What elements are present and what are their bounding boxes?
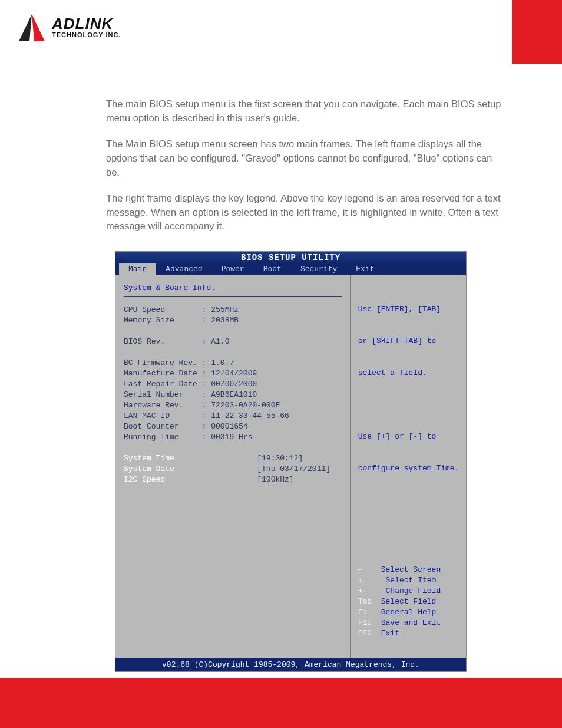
row-i2c-speed[interactable]: I2C Speed [100kHz] bbox=[124, 475, 342, 485]
page-root: ADLINK TECHNOLOGY INC. The main BIOS set… bbox=[0, 0, 562, 728]
svg-marker-1 bbox=[19, 14, 32, 41]
row-manufacture-date: Manufacture Date : 12/04/2009 bbox=[124, 368, 342, 379]
logo-mark-icon bbox=[18, 13, 46, 42]
bios-tab-bar: Main Advanced Power Boot Security Exit bbox=[115, 263, 466, 275]
header-accent-block bbox=[512, 0, 562, 64]
row-serial-number: Serial Number : A9B6EA1010 bbox=[124, 390, 342, 400]
bios-screenshot: BIOS SETUP UTILITY Main Advanced Power B… bbox=[115, 251, 467, 672]
svg-marker-0 bbox=[32, 14, 45, 41]
blank-row bbox=[124, 443, 342, 453]
bios-tab-exit[interactable]: Exit bbox=[346, 263, 384, 275]
row-lan-mac-id: LAN MAC ID : 11-22-33-44-55-66 bbox=[124, 411, 342, 421]
row-memory-size: Memory Size : 2038MB bbox=[124, 315, 342, 326]
bios-tab-boot[interactable]: Boot bbox=[254, 263, 291, 275]
logo-name: ADLINK bbox=[52, 16, 121, 31]
bios-tab-power[interactable]: Power bbox=[212, 263, 254, 275]
row-cpu-speed: CPU Speed : 255MHz bbox=[124, 305, 342, 315]
footer-accent-bar bbox=[0, 678, 562, 728]
row-running-time: Running Time : 00319 Hrs bbox=[124, 432, 342, 443]
row-system-date[interactable]: System Date [Thu 03/17/2011] bbox=[124, 464, 342, 475]
bios-body: System & Board Info. CPU Speed : 255MHz … bbox=[115, 275, 466, 658]
bios-right-frame: Use [ENTER], [TAB] or [SHIFT-TAB] to sel… bbox=[351, 275, 466, 658]
bios-tab-security[interactable]: Security bbox=[291, 263, 346, 275]
section-heading: System & Board Info. bbox=[124, 283, 342, 294]
bios-tab-advanced[interactable]: Advanced bbox=[156, 263, 211, 275]
row-bc-firmware: BC Firmware Rev. : 1.0.7 bbox=[124, 358, 342, 368]
row-boot-counter: Boot Counter : 00001654 bbox=[124, 421, 342, 432]
help-text: Use [ENTER], [TAB] or [SHIFT-TAB] to sel… bbox=[358, 283, 460, 495]
row-system-time[interactable]: System Time [19:30:12] bbox=[124, 453, 342, 464]
logo-subtitle: TECHNOLOGY INC. bbox=[52, 31, 121, 39]
section-divider bbox=[124, 296, 342, 297]
bios-tab-main[interactable]: Main bbox=[119, 263, 156, 275]
paragraph-2: The Main BIOS setup menu screen has two … bbox=[106, 137, 507, 180]
blank-row bbox=[124, 347, 342, 358]
content-area: The main BIOS setup menu is the first sc… bbox=[106, 97, 507, 672]
row-bios-rev: BIOS Rev. : A1.0 bbox=[124, 337, 342, 347]
row-hardware-rev: Hardware Rev. : 72203-0A20-000E bbox=[124, 400, 342, 411]
paragraph-1: The main BIOS setup menu is the first sc… bbox=[106, 97, 507, 126]
bios-title-bar: BIOS SETUP UTILITY bbox=[115, 252, 466, 263]
blank-row bbox=[124, 326, 342, 337]
bios-left-frame: System & Board Info. CPU Speed : 255MHz … bbox=[115, 275, 350, 658]
key-legend: ← Select Screen ↑↓ Select Item +- Change… bbox=[358, 554, 460, 650]
row-last-repair-date: Last Repair Date : 00/00/2000 bbox=[124, 379, 342, 390]
paragraph-3: The right frame displays the key legend.… bbox=[106, 192, 507, 234]
adlink-logo: ADLINK TECHNOLOGY INC. bbox=[18, 13, 121, 42]
bios-footer: v02.68 (C)Copyright 1985-2009, American … bbox=[115, 658, 466, 671]
